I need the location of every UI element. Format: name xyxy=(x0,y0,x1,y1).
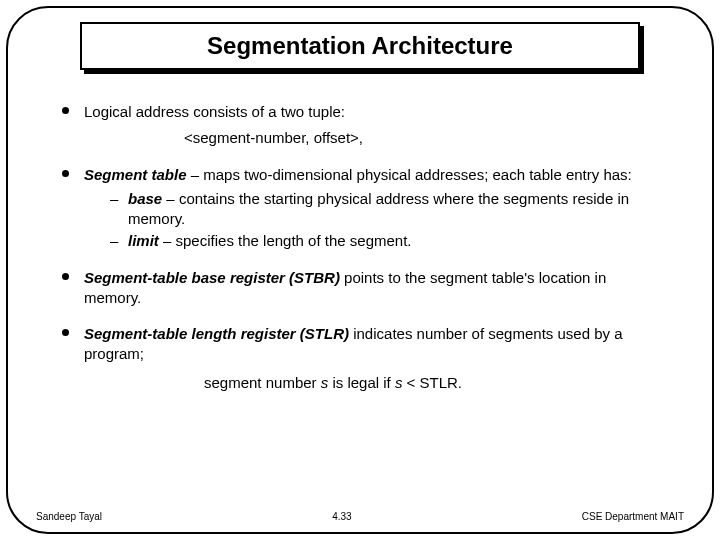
slide-frame: Segmentation Architecture Logical addres… xyxy=(6,6,714,534)
bullet-2-sub-2: limit – specifies the length of the segm… xyxy=(110,231,662,251)
footer: Sandeep Tayal 4.33 CSE Department MAIT xyxy=(36,511,684,522)
condition-mid: is legal if xyxy=(328,374,395,391)
condition-prefix: segment number xyxy=(204,374,321,391)
slide-title: Segmentation Architecture xyxy=(80,22,640,70)
footer-center: 4.33 xyxy=(332,511,351,522)
bullet-4-term: Segment-table length register (STLR) xyxy=(84,325,349,342)
title-container: Segmentation Architecture xyxy=(80,22,640,74)
bullet-2-sub-2-rest: – specifies the length of the segment. xyxy=(159,232,412,249)
bullet-2-term: Segment table xyxy=(84,166,187,183)
condition-line: segment number s is legal if s < STLR. xyxy=(84,373,662,393)
bullet-3: Segment-table base register (STBR) point… xyxy=(58,268,662,309)
bullet-2-sub-2-term: limit xyxy=(128,232,159,249)
footer-right: CSE Department MAIT xyxy=(582,511,684,522)
bullet-2-sub-1: base – contains the starting physical ad… xyxy=(110,189,662,230)
bullet-3-term: Segment-table base register (STBR) xyxy=(84,269,340,286)
tuple-line: <segment-number, offset>, xyxy=(84,128,662,148)
content-area: Logical address consists of a two tuple:… xyxy=(36,102,684,393)
bullet-1: Logical address consists of a two tuple:… xyxy=(58,102,662,149)
footer-left: Sandeep Tayal xyxy=(36,511,102,522)
bullet-list: Logical address consists of a two tuple:… xyxy=(58,102,662,393)
bullet-2-sub-1-rest: – contains the starting physical address… xyxy=(128,190,629,227)
bullet-2-sublist: base – contains the starting physical ad… xyxy=(84,189,662,252)
condition-suffix: < STLR. xyxy=(402,374,462,391)
bullet-2: Segment table – maps two-dimensional phy… xyxy=(58,165,662,252)
bullet-2-sub-1-term: base xyxy=(128,190,162,207)
bullet-2-rest: – maps two-dimensional physical addresse… xyxy=(187,166,632,183)
bullet-1-text: Logical address consists of a two tuple: xyxy=(84,103,345,120)
bullet-4: Segment-table length register (STLR) ind… xyxy=(58,324,662,393)
